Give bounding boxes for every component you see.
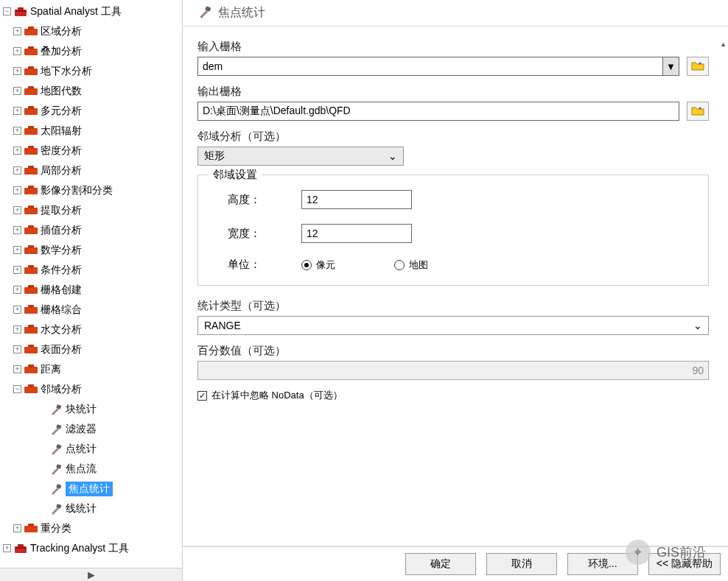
tree-toolset[interactable]: +栅格创建	[0, 280, 182, 300]
tree-toolset[interactable]: +水文分析	[0, 320, 182, 339]
ignore-nodata-checkbox[interactable]: ✓ 在计算中忽略 NoData（可选）	[197, 389, 709, 402]
tree-toolset[interactable]: +条件分析	[0, 260, 182, 280]
svg-rect-21	[24, 208, 38, 214]
svg-rect-47	[24, 526, 38, 532]
cancel-button[interactable]: 取消	[486, 553, 557, 575]
tree-toolset[interactable]: +密度分析	[0, 141, 182, 161]
svg-rect-14	[28, 126, 34, 129]
expand-icon[interactable]: +	[13, 67, 21, 75]
tree-tool[interactable]: 焦点流	[0, 459, 182, 479]
expand-icon[interactable]: +	[3, 544, 11, 552]
tree-toolset[interactable]: +距离	[0, 359, 182, 379]
svg-rect-50	[18, 544, 24, 547]
dialog-button-bar: 确定 取消 环境... << 隐藏帮助	[183, 546, 728, 581]
expand-icon[interactable]: +	[13, 147, 21, 155]
input-raster-combo[interactable]: dem ▼	[197, 57, 679, 76]
toolset-icon	[24, 343, 38, 356]
width-input[interactable]	[301, 224, 412, 243]
tree-toolset[interactable]: +多元分析	[0, 101, 182, 121]
toolset-icon	[24, 204, 38, 217]
tree-toolset[interactable]: +局部分析	[0, 161, 182, 180]
tree-toolset-spatial-analyst[interactable]: − Spatial Analyst 工具	[0, 1, 182, 21]
tree-tool[interactable]: 滤波器	[0, 419, 182, 439]
tree-tool-focal-statistics[interactable]: 焦点统计	[0, 479, 182, 499]
browse-input-button[interactable]	[687, 57, 709, 76]
svg-rect-15	[24, 148, 38, 155]
tree-toolset[interactable]: +重分类	[0, 518, 182, 538]
units-cell-radio[interactable]: 像元	[301, 258, 335, 272]
toolset-icon	[24, 124, 38, 138]
tree-toolset[interactable]: +提取分析	[0, 200, 182, 220]
hammer-icon	[49, 403, 63, 416]
tree-toolset[interactable]: +地下水分析	[0, 61, 182, 81]
expand-icon[interactable]: +	[13, 524, 21, 532]
browse-output-button[interactable]	[687, 102, 709, 121]
hammer-icon	[49, 482, 63, 496]
tree-tool[interactable]: 点统计	[0, 439, 182, 459]
output-raster-input[interactable]	[197, 102, 679, 121]
svg-rect-23	[24, 228, 38, 234]
scroll-right-icon[interactable]: ▶	[0, 568, 182, 581]
toolset-icon	[24, 25, 38, 38]
expand-icon[interactable]: +	[13, 246, 21, 254]
tree-tool[interactable]: 线统计	[0, 499, 182, 518]
svg-rect-36	[28, 345, 34, 348]
tree-toolset[interactable]: +表面分析	[0, 339, 182, 359]
units-map-radio[interactable]: 地图	[394, 258, 428, 272]
expand-icon[interactable]: +	[13, 107, 21, 115]
expand-icon[interactable]: +	[13, 226, 21, 234]
stat-type-label: 统计类型（可选）	[197, 299, 709, 313]
expand-icon[interactable]: +	[13, 206, 21, 214]
expand-icon[interactable]: +	[13, 325, 21, 334]
neighborhood-select[interactable]: 矩形 ⌄	[197, 147, 404, 166]
expand-icon[interactable]: +	[13, 345, 21, 353]
height-input[interactable]	[301, 190, 412, 209]
expand-icon[interactable]: +	[13, 166, 21, 175]
tree-tool[interactable]: 块统计	[0, 399, 182, 419]
expand-icon[interactable]: +	[13, 27, 21, 35]
tree-toolset-tracking-analyst[interactable]: + Tracking Analyst 工具	[0, 538, 182, 558]
expand-icon[interactable]: +	[13, 47, 21, 55]
expand-icon[interactable]: +	[13, 127, 21, 135]
tree-toolset[interactable]: +叠加分析	[0, 41, 182, 61]
ok-button[interactable]: 确定	[405, 553, 476, 575]
tree-toolset[interactable]: +地图代数	[0, 81, 182, 101]
tree-toolset-neighborhood[interactable]: −邻域分析	[0, 379, 182, 399]
expand-icon[interactable]: +	[13, 87, 21, 95]
tree-toolset[interactable]: +影像分割和分类	[0, 180, 182, 200]
radio-icon	[394, 260, 405, 270]
expand-icon[interactable]: +	[13, 365, 21, 373]
input-raster-value[interactable]: dem	[198, 57, 662, 75]
expand-icon[interactable]: +	[13, 286, 21, 294]
tree-toolset[interactable]: +太阳辐射	[0, 121, 182, 141]
percentile-input	[197, 361, 709, 380]
expand-icon[interactable]: +	[13, 306, 21, 314]
svg-rect-27	[24, 267, 38, 274]
svg-rect-9	[24, 88, 38, 95]
collapse-icon[interactable]: −	[3, 7, 11, 15]
environments-button[interactable]: 环境...	[567, 553, 638, 575]
stat-type-select[interactable]: RANGE ⌄	[197, 316, 709, 335]
stat-type-value: RANGE	[204, 320, 241, 331]
percentile-label: 百分数值（可选）	[197, 344, 709, 358]
svg-rect-10	[28, 86, 34, 89]
expand-icon[interactable]: +	[13, 186, 21, 194]
tree-toolset[interactable]: +数学分析	[0, 240, 182, 260]
expand-icon[interactable]: +	[13, 266, 21, 274]
chevron-down-icon: ⌄	[388, 150, 397, 162]
collapse-icon[interactable]: −	[13, 385, 21, 393]
neighborhood-value: 矩形	[204, 149, 225, 163]
tree-toolset[interactable]: +插值分析	[0, 220, 182, 240]
dropdown-icon[interactable]: ▼	[662, 57, 679, 75]
toolbox-tree-panel[interactable]: − Spatial Analyst 工具 +区域分析 +叠加分析 +地下水分析 …	[0, 0, 183, 581]
width-label: 宽度：	[228, 227, 301, 241]
height-label: 高度：	[228, 193, 301, 207]
hide-help-button[interactable]: << 隐藏帮助	[648, 553, 721, 575]
toolbox-icon	[14, 5, 27, 18]
scroll-up-icon[interactable]: ▴	[720, 40, 726, 44]
tree-toolset[interactable]: +栅格综合	[0, 300, 182, 320]
svg-rect-29	[24, 287, 38, 294]
tree-toolset[interactable]: +区域分析	[0, 21, 182, 41]
svg-rect-8	[28, 66, 34, 69]
toolset-icon	[24, 45, 38, 58]
